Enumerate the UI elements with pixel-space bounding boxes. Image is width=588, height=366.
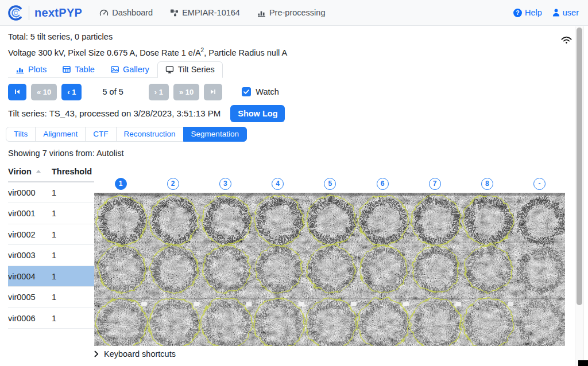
- threshold-cell: 1: [52, 230, 56, 239]
- threshold-cell: 1: [52, 251, 56, 260]
- parameters-text: Voltage 300 kV, Pixel Size 0.675 A, Dose…: [8, 48, 201, 57]
- nav-item-dashboard[interactable]: Dashboard: [99, 8, 153, 17]
- screen-corner-artifact: [578, 360, 588, 366]
- virion-rows: vir00001vir00011vir00021vir00031vir00041…: [8, 182, 94, 329]
- nextpyp-logo-icon: [7, 5, 24, 21]
- tab-gallery[interactable]: Gallery: [103, 61, 157, 78]
- virion-table: Virion Threshold vir00001vir00011vir0002…: [8, 165, 94, 359]
- page-scrollbar-track[interactable]: [575, 26, 584, 366]
- parameters-summary: Voltage 300 kV, Pixel Size 0.675 A, Dose…: [8, 45, 588, 58]
- stage-tab-tilts[interactable]: Tilts: [6, 127, 36, 142]
- checkmark-icon: [243, 89, 249, 94]
- page-position: 5 of 5: [102, 87, 123, 96]
- gallery-icon: [111, 65, 119, 73]
- help-icon: ?: [513, 9, 522, 17]
- keyboard-shortcuts-label: Keyboard shortcuts: [104, 349, 176, 359]
- series-info-row: Tilt series: TS_43, processed on 3/28/20…: [8, 105, 588, 122]
- virion-column-header[interactable]: Virion: [8, 167, 52, 176]
- virion-id-cell: vir0006: [8, 314, 52, 323]
- threshold-circle-3[interactable]: 3: [219, 178, 231, 190]
- watch-checkbox[interactable]: [242, 87, 251, 96]
- forward-10-button[interactable]: » 10: [173, 84, 199, 100]
- stage-tab-ctf[interactable]: CTF: [85, 127, 116, 142]
- tab-label: Table: [75, 65, 95, 74]
- sitemap-icon: [170, 9, 179, 17]
- speedometer-icon: [99, 9, 109, 17]
- virion-header-label: Virion: [8, 167, 32, 176]
- table-row[interactable]: vir00011: [8, 203, 94, 224]
- brand[interactable]: nextPYP: [7, 5, 82, 21]
- forward-1-button[interactable]: › 1: [149, 84, 169, 100]
- watch-label: Watch: [256, 87, 279, 96]
- threshold-circle-8[interactable]: 8: [481, 178, 493, 190]
- table-row[interactable]: vir00001: [8, 182, 94, 204]
- tomogram-panel: 12345678- Keyboard shortcuts: [94, 165, 588, 359]
- user-icon: [552, 9, 560, 17]
- help-label: Help: [525, 8, 542, 17]
- bar-chart-icon: [257, 9, 266, 17]
- show-log-button[interactable]: Show Log: [230, 105, 285, 122]
- chevron-right-icon: [94, 351, 99, 357]
- virion-id-cell: vir0004: [8, 272, 52, 281]
- skip-to-first-icon: [14, 88, 21, 95]
- virion-id-cell: vir0005: [8, 293, 52, 302]
- threshold-circle-4[interactable]: 4: [272, 178, 284, 190]
- threshold-circle-6[interactable]: 6: [377, 178, 389, 190]
- pagination-bar: « 10 ‹ 1 5 of 5 › 1 » 10 Watch: [8, 84, 588, 100]
- navbar-right: ? Help user: [513, 8, 579, 17]
- tab-tilt-series[interactable]: Tilt Series: [157, 61, 223, 78]
- page-scrollbar-thumb[interactable]: [577, 28, 582, 305]
- sort-ascending-icon: [36, 170, 41, 173]
- nav-item-label: Pre-processing: [269, 8, 326, 17]
- user-label: user: [563, 8, 579, 17]
- threshold-circle-7[interactable]: 7: [429, 178, 441, 190]
- back-1-button[interactable]: ‹ 1: [61, 84, 82, 100]
- last-page-button[interactable]: [204, 84, 222, 100]
- threshold-cell: 1: [52, 314, 56, 323]
- totals-summary: Total: 5 tilt series, 0 particles: [8, 32, 588, 42]
- threshold-circle-5[interactable]: 5: [324, 178, 336, 190]
- monitor-icon: [165, 65, 174, 73]
- tab-table[interactable]: Table: [55, 61, 103, 78]
- nav-item-project[interactable]: EMPIAR-10164: [170, 8, 240, 17]
- help-link[interactable]: ? Help: [513, 8, 542, 17]
- table-row[interactable]: vir00031: [8, 245, 94, 266]
- skip-to-last-icon: [210, 88, 216, 95]
- stage-tab-alignment[interactable]: Alignment: [35, 127, 86, 142]
- wifi-signal-icon: [561, 35, 572, 44]
- nav-item-label: Dashboard: [112, 8, 153, 17]
- threshold-column-header[interactable]: Threshold: [52, 167, 92, 176]
- virion-id-cell: vir0001: [8, 209, 52, 218]
- table-row[interactable]: vir00041: [8, 266, 94, 287]
- brand-name: nextPYP: [34, 6, 82, 20]
- keyboard-shortcuts-toggle[interactable]: Keyboard shortcuts: [94, 349, 588, 359]
- threshold-circle-1[interactable]: 1: [115, 178, 127, 190]
- virion-id-cell: vir0003: [8, 251, 52, 260]
- tab-plots[interactable]: Plots: [8, 61, 55, 78]
- tab-label: Tilt Series: [178, 65, 215, 74]
- stage-tab-reconstruction[interactable]: Reconstruction: [116, 127, 184, 142]
- tomogram-virion-grid-image[interactable]: [94, 193, 565, 346]
- threshold-circle-2[interactable]: 2: [167, 178, 179, 190]
- nav-item-preprocessing[interactable]: Pre-processing: [257, 8, 326, 17]
- user-menu[interactable]: user: [552, 8, 579, 17]
- first-page-button[interactable]: [8, 84, 26, 100]
- stage-tabs: Tilts Alignment CTF Reconstruction Segme…: [6, 127, 247, 142]
- back-10-button[interactable]: « 10: [31, 84, 57, 100]
- threshold-cell: 1: [52, 293, 56, 302]
- threshold-cell: 1: [52, 209, 56, 218]
- threshold-selector-row: 12345678-: [94, 178, 588, 190]
- segmentation-content: Virion Threshold vir00001vir00011vir0002…: [8, 165, 588, 359]
- plots-icon: [16, 65, 24, 73]
- table-row[interactable]: vir00051: [8, 287, 94, 308]
- threshold-circle--[interactable]: -: [533, 178, 546, 190]
- watch-toggle[interactable]: Watch: [242, 87, 279, 96]
- view-tabs: Plots Table Gallery Tilt Series: [8, 61, 223, 78]
- table-row[interactable]: vir00061: [8, 308, 94, 329]
- series-info: Tilt series: TS_43, processed on 3/28/20…: [8, 108, 220, 118]
- table-row[interactable]: vir00021: [8, 224, 94, 246]
- parameters-text-suffix: , Particle Radius null A: [204, 48, 287, 57]
- table-icon: [63, 65, 71, 73]
- virion-id-cell: vir0000: [8, 188, 52, 197]
- stage-tab-segmentation[interactable]: Segmentation: [183, 127, 247, 142]
